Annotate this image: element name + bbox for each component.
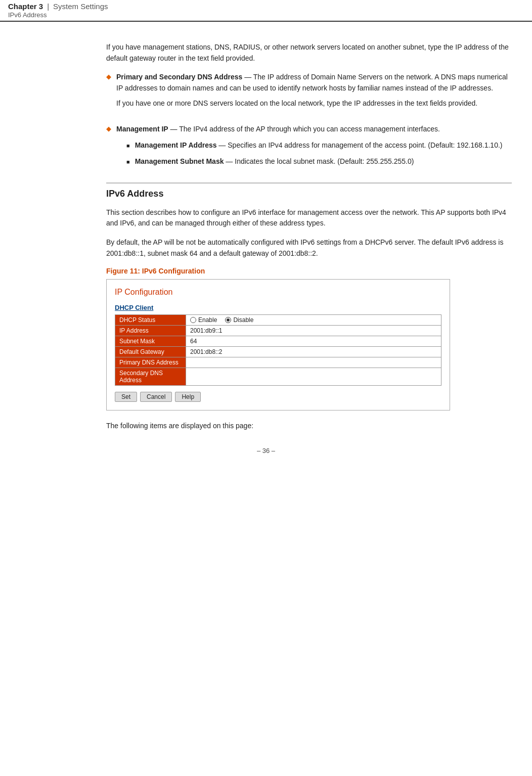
radio-disable[interactable]: Disable [225, 316, 253, 324]
ipv6-para-1: This section describes how to configure … [106, 207, 512, 229]
radio-enable[interactable]: Enable [190, 316, 217, 324]
sub-bullet-2-term: Management Subnet Mask [135, 157, 224, 165]
screenshot-buttons: Set Cancel Help [115, 392, 441, 402]
field-label-ip-address: IP Address [115, 326, 186, 336]
figure-label: Figure 11: IPv6 Configuration [106, 267, 512, 275]
help-button[interactable]: Help [175, 392, 201, 402]
ipv6-section-heading: IPv6 Address [106, 189, 512, 199]
bullet-2-text: — The IPv4 address of the AP through whi… [168, 125, 440, 133]
page-number: – 36 – [257, 447, 275, 454]
field-value-default-gateway: 2001:db8::2 [186, 347, 441, 357]
sub-bullet-square-2: ■ [126, 158, 130, 166]
bullet-2-term: Management IP [116, 125, 168, 133]
section-divider [106, 182, 512, 184]
table-row: DHCP Status Enable Disable [115, 315, 441, 326]
ip-config-table: DHCP Status Enable Disable [115, 314, 441, 386]
field-label-subnet-mask: Subnet Mask [115, 336, 186, 347]
header-separator: | [47, 2, 49, 11]
screenshot-title: IP Configuration [115, 288, 441, 297]
field-value-ip-address: 2001:db9::1 [186, 326, 441, 336]
page-header: Chapter 3 | System Settings IPv6 Address [0, 0, 532, 22]
section-label: System Settings [53, 2, 108, 11]
bullet-diamond-1: ◆ [106, 73, 111, 80]
radio-disable-label: Disable [233, 316, 253, 324]
dhcp-section-label: DHCP Client [115, 304, 441, 311]
bullet-item-mgmt-ip: ◆ Management IP — The IPv4 address of th… [106, 124, 512, 167]
table-row: Subnet Mask 64 [115, 336, 441, 347]
bullet-2-content: Management IP — The IPv4 address of the … [116, 124, 512, 167]
sub-bullet-2-content: Management Subnet Mask — Indicates the l… [135, 156, 512, 167]
main-content: If you have management stations, DNS, RA… [0, 22, 532, 465]
bullet-diamond-2: ◆ [106, 125, 111, 132]
field-label-default-gateway: Default Gateway [115, 347, 186, 357]
set-button[interactable]: Set [115, 392, 137, 402]
cancel-button[interactable]: Cancel [140, 392, 172, 402]
sub-bullet-1-text: — Specifies an IPv4 address for manageme… [216, 141, 502, 149]
field-value-subnet-mask: 64 [186, 336, 441, 347]
subsection-label: IPv6 Address [8, 11, 108, 19]
radio-disable-circle[interactable] [225, 317, 231, 323]
screenshot-box: IP Configuration DHCP Client DHCP Status… [106, 279, 450, 410]
sub-bullet-square-1: ■ [126, 142, 130, 150]
ipv6-section: IPv6 Address This section describes how … [106, 189, 512, 432]
section-divider-container [106, 182, 512, 184]
table-row: Primary DNS Address [115, 357, 441, 368]
chapter-label: Chapter 3 [8, 2, 43, 11]
intro-paragraph: If you have management stations, DNS, RA… [106, 42, 512, 64]
sub-bullet-mgmt-subnet: ■ Management Subnet Mask — Indicates the… [126, 156, 512, 167]
field-label-secondary-dns: Secondary DNSAddress [115, 368, 186, 386]
bullet-1-content: Primary and Secondary DNS Address — The … [116, 72, 512, 117]
field-value-secondary-dns [186, 368, 441, 386]
sub-bullet-1-content: Management IP Address — Specifies an IPv… [135, 140, 512, 151]
ipv6-para-2: By default, the AP will be not be automa… [106, 237, 512, 259]
table-row: Secondary DNSAddress [115, 368, 441, 386]
sub-bullet-1-term: Management IP Address [135, 141, 217, 149]
radio-enable-circle[interactable] [190, 317, 196, 323]
field-label-primary-dns: Primary DNS Address [115, 357, 186, 368]
sub-bullet-mgmt-ip-addr: ■ Management IP Address — Specifies an I… [126, 140, 512, 151]
field-label-dhcp-status: DHCP Status [115, 315, 186, 326]
page-footer: – 36 – [0, 447, 532, 465]
bullet-1-term: Primary and Secondary DNS Address [116, 73, 242, 81]
field-value-dhcp-status[interactable]: Enable Disable [186, 315, 441, 326]
sub-bullet-2-text: — Indicates the local subnet mask. (Defa… [224, 157, 414, 165]
bullet-item-dns: ◆ Primary and Secondary DNS Address — Th… [106, 72, 512, 117]
radio-enable-label: Enable [198, 316, 217, 324]
dhcp-radio-group[interactable]: Enable Disable [190, 316, 437, 324]
table-row: IP Address 2001:db9::1 [115, 326, 441, 336]
field-value-primary-dns [186, 357, 441, 368]
bullet-1-extra: If you have one or more DNS servers loca… [116, 98, 512, 109]
table-row: Default Gateway 2001:db8::2 [115, 347, 441, 357]
footer-paragraph: The following items are displayed on thi… [106, 421, 512, 432]
